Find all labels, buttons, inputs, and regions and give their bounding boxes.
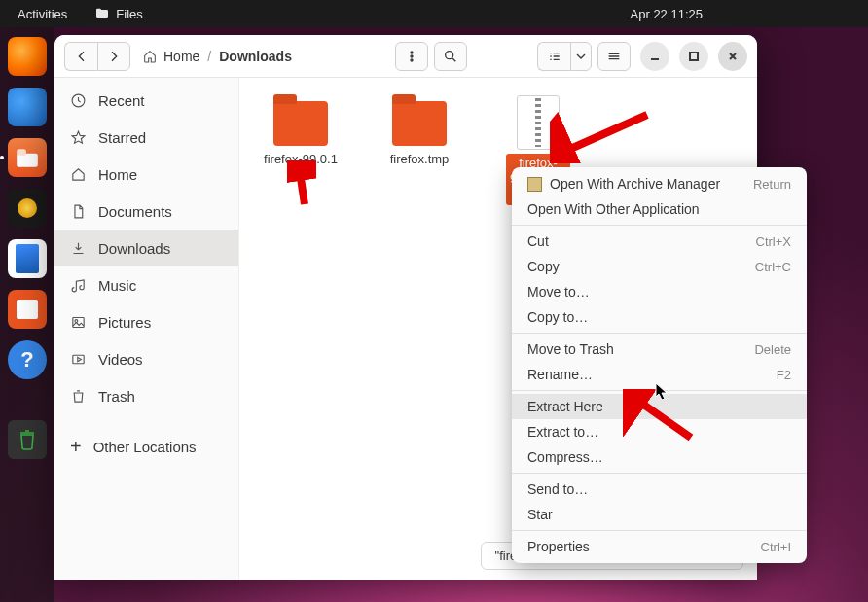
annotation-arrow: [550, 105, 657, 163]
ctx-label: Move to…: [527, 284, 590, 300]
ctx-label: Extract Here: [527, 399, 603, 414]
dock-rhythmbox[interactable]: [8, 189, 47, 228]
sidebar-item-label: Videos: [98, 351, 143, 368]
view-grid-button[interactable]: [597, 42, 631, 71]
app-menu-files[interactable]: Files: [94, 6, 142, 21]
view-dropdown-button[interactable]: [570, 42, 592, 71]
svg-line-11: [560, 115, 647, 154]
search-button[interactable]: [434, 42, 467, 71]
sidebar-item-label: Starred: [98, 129, 146, 146]
ctx-shortcut: Delete: [754, 342, 791, 357]
sidebar-item-videos[interactable]: Videos: [54, 340, 238, 377]
folder-icon: [273, 101, 328, 146]
sidebar-item-label: Home: [98, 166, 137, 183]
ctx-shortcut: Ctrl+C: [755, 260, 791, 274]
sidebar-item-music[interactable]: Music: [54, 266, 238, 303]
sidebar-item-recent[interactable]: Recent: [54, 82, 238, 119]
view-list-button[interactable]: [537, 42, 570, 71]
ctx-copy-to[interactable]: Copy to…: [512, 304, 807, 330]
ctx-separator: [512, 225, 807, 226]
ctx-send-to[interactable]: Send to…: [512, 477, 807, 502]
ctx-shortcut: F2: [777, 368, 791, 382]
sidebar-item-trash[interactable]: Trash: [54, 377, 238, 414]
ctx-shortcut: Ctrl+I: [761, 540, 791, 554]
ctx-open-archive-manager[interactable]: Open With Archive ManagerReturn: [512, 171, 807, 196]
breadcrumb-home[interactable]: Home: [142, 49, 199, 64]
ctx-star[interactable]: Star: [512, 502, 807, 527]
sidebar-item-home[interactable]: Home: [54, 156, 238, 193]
ctx-cut[interactable]: CutCtrl+X: [512, 229, 807, 254]
ctx-label: Extract to…: [527, 424, 598, 440]
archive-manager-icon: [527, 177, 542, 192]
ctx-label: Rename…: [527, 367, 593, 382]
ctx-label: Open With Archive Manager: [550, 176, 720, 192]
ctx-copy[interactable]: CopyCtrl+C: [512, 254, 807, 279]
dock-files[interactable]: [8, 138, 47, 177]
file-item-folder-firefox[interactable]: firefox-99.0.1: [259, 95, 343, 169]
ctx-separator: [512, 530, 807, 531]
cursor-icon: [655, 382, 669, 406]
menu-button[interactable]: [395, 42, 428, 71]
dock: ?: [0, 27, 54, 602]
sidebar-item-pictures[interactable]: Pictures: [54, 303, 238, 340]
breadcrumb-current[interactable]: Downloads: [219, 49, 292, 64]
folder-icon: [392, 101, 447, 146]
header-bar: Home / Downloads: [54, 35, 757, 78]
ctx-move-trash[interactable]: Move to TrashDelete: [512, 336, 807, 362]
clock[interactable]: Apr 22 11:25: [631, 7, 703, 21]
sidebar-item-label: Trash: [98, 388, 135, 405]
dock-trash[interactable]: [8, 420, 47, 459]
ctx-properties[interactable]: PropertiesCtrl+I: [512, 534, 807, 559]
ctx-label: Star: [527, 507, 553, 522]
ctx-label: Send to…: [527, 481, 588, 497]
back-button[interactable]: [64, 42, 97, 71]
dock-firefox[interactable]: [8, 37, 47, 76]
dock-help[interactable]: ?: [8, 340, 47, 379]
sidebar-item-starred[interactable]: Starred: [54, 119, 238, 156]
ctx-label: Cut: [527, 233, 549, 249]
sidebar-item-downloads[interactable]: Downloads: [54, 230, 238, 266]
forward-button[interactable]: [97, 42, 130, 71]
svg-line-12: [299, 165, 305, 204]
maximize-button[interactable]: [679, 42, 708, 71]
dock-software[interactable]: [8, 290, 47, 329]
ctx-label: Compress…: [527, 449, 603, 465]
folder-icon: [94, 6, 110, 21]
ctx-separator: [512, 333, 807, 334]
context-menu: Open With Archive ManagerReturn Open Wit…: [512, 167, 807, 563]
breadcrumb: Home / Downloads: [142, 49, 292, 64]
dock-thunderbird[interactable]: [8, 88, 47, 126]
minimize-button[interactable]: [640, 42, 669, 71]
app-menu-label: Files: [116, 7, 142, 21]
ctx-move-to[interactable]: Move to…: [512, 279, 807, 304]
svg-rect-10: [73, 355, 84, 364]
activities-button[interactable]: Activities: [18, 7, 67, 21]
ctx-open-other-app[interactable]: Open With Other Application: [512, 196, 807, 222]
svg-rect-6: [690, 53, 698, 60]
svg-point-5: [446, 51, 453, 58]
ctx-shortcut: Return: [753, 177, 791, 192]
annotation-arrow: [287, 160, 316, 209]
home-icon: [142, 49, 158, 64]
sidebar-item-label: Recent: [98, 92, 145, 109]
dock-libreoffice[interactable]: [8, 239, 47, 278]
ctx-label: Copy to…: [527, 309, 588, 325]
sidebar-item-other-locations[interactable]: +Other Locations: [54, 428, 238, 465]
sidebar-item-label: Music: [98, 277, 136, 294]
ctx-shortcut: Ctrl+X: [756, 234, 791, 249]
svg-point-3: [411, 55, 413, 57]
sidebar-item-label: Documents: [98, 203, 172, 220]
ctx-compress[interactable]: Compress…: [512, 444, 807, 470]
file-item-folder-firefox-tmp[interactable]: firefox.tmp: [378, 95, 461, 169]
ctx-label: Move to Trash: [527, 341, 614, 357]
sidebar-item-documents[interactable]: Documents: [54, 193, 238, 230]
sidebar: Recent Starred Home Documents Downloads …: [54, 78, 239, 580]
ctx-label: Properties: [527, 539, 590, 554]
ctx-label: Open With Other Application: [527, 201, 700, 217]
top-bar: Activities Files Apr 22 11:25: [0, 0, 868, 27]
svg-rect-1: [17, 149, 26, 156]
close-button[interactable]: [718, 42, 747, 71]
ctx-separator: [512, 473, 807, 474]
sidebar-item-label: Pictures: [98, 314, 151, 331]
sidebar-item-label: Other Locations: [93, 439, 197, 455]
